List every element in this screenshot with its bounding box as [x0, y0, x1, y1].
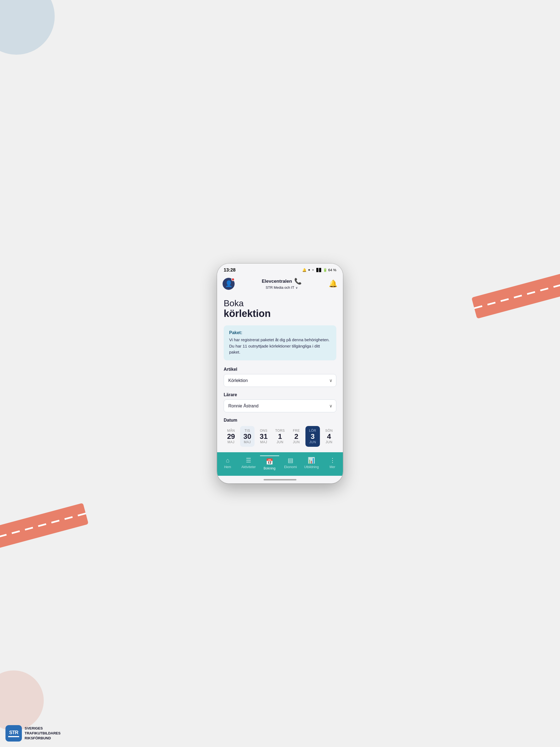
header-subtitle: STR Media och IT: [265, 285, 294, 289]
nav-label-bokning: Bokning: [263, 466, 275, 470]
date-day-num: 3: [311, 433, 314, 440]
brand-line3: RIKSFÖRBUND: [25, 736, 60, 741]
larare-label: Lärare: [224, 392, 336, 397]
vibrate-icon: 🔔: [302, 268, 307, 272]
status-icons: 🔔 ✦ ᯤ ▊▊ 🔋 64 %: [302, 268, 336, 272]
bottom-nav: ⌂ Hem ☰ Aktiviteter 📅 Bokning ▤ Ekonomi …: [217, 452, 343, 476]
artikel-select-wrapper: Körlektion ∨: [224, 374, 336, 387]
date-month: MAJ: [260, 440, 268, 444]
nav-icon-bokning: 📅: [266, 458, 273, 465]
main-content: Boka körlektion Paket: Vi har registrera…: [217, 293, 343, 453]
nav-item-hem[interactable]: ⌂ Hem: [218, 457, 237, 469]
phone-icon: 📞: [294, 278, 302, 285]
home-bar: [217, 476, 343, 483]
bottom-brand: STR SVERIGES TRAFIKUTBILDARES RIKSFÖRBUN…: [5, 725, 60, 742]
wifi-icon: ᯤ: [312, 268, 315, 272]
larare-select[interactable]: Ronnie Åstrand: [224, 400, 336, 412]
date-day-name: TORS: [275, 429, 285, 433]
date-item-31-maj[interactable]: ONS 31 MAJ: [256, 426, 271, 447]
date-day-name: MÅN: [227, 429, 235, 433]
road-decoration-top: [472, 271, 560, 319]
page-title-line2: körlektion: [224, 308, 336, 319]
app-title: Elevcentralen: [262, 279, 292, 284]
date-month: JUN: [277, 440, 284, 444]
date-item-29-maj[interactable]: MÅN 29 MAJ: [224, 426, 238, 447]
date-item-2-jun[interactable]: FRE 2 JUN: [289, 426, 304, 447]
date-day-num: 30: [244, 433, 251, 440]
artikel-label: Artikel: [224, 367, 336, 372]
nav-label-utbildning: Utbildning: [304, 465, 319, 469]
str-logo-text: STR: [9, 730, 18, 736]
signal-icon: ▊▊: [316, 268, 322, 272]
date-day-num: 29: [227, 433, 235, 440]
page-title: Boka körlektion: [224, 299, 336, 319]
date-month: JUN: [293, 440, 300, 444]
date-day-name: ONS: [260, 429, 268, 433]
nav-icon-ekonomi: ▤: [288, 457, 294, 464]
nav-item-mer[interactable]: ⋮ Mer: [323, 457, 342, 469]
brand-line2: TRAFIKUTBILDARES: [25, 731, 60, 736]
str-logo-bar: [8, 736, 19, 737]
date-day-name: FRE: [293, 429, 300, 433]
date-item-1-jun[interactable]: TORS 1 JUN: [273, 426, 287, 447]
nav-item-utbildning[interactable]: 📊 Utbildning: [302, 457, 321, 469]
nav-item-ekonomi[interactable]: ▤ Ekonomi: [281, 457, 300, 469]
date-month: JUN: [309, 440, 316, 444]
info-box-title: Paket:: [229, 330, 331, 335]
status-time: 13:28: [224, 267, 235, 273]
date-day-name: LÖR: [309, 429, 316, 433]
nav-label-mer: Mer: [330, 465, 335, 469]
nav-icon-aktiviteter: ☰: [246, 457, 251, 464]
str-logo-inner: STR: [8, 730, 19, 737]
home-indicator: [263, 479, 297, 481]
date-item-4-jun[interactable]: SÖN 4 JUN: [322, 426, 336, 447]
date-month: JUN: [326, 440, 332, 444]
info-box: Paket: Vi har registrerat paketet åt dig…: [224, 325, 336, 360]
date-row: MÅN 29 MAJ TIS 30 MAJ ONS 31 MAJ TORS 1 …: [224, 426, 336, 447]
artikel-select[interactable]: Körlektion: [224, 374, 336, 387]
date-month: MAJ: [228, 440, 235, 444]
battery-icon: 🔋 64 %: [323, 268, 336, 272]
avatar-notification-badge: [231, 278, 235, 281]
bluetooth-icon: ✦: [308, 268, 311, 272]
date-day-name: TIS: [245, 429, 250, 433]
notification-bell-icon[interactable]: 🔔: [329, 279, 337, 288]
larare-select-wrapper: Ronnie Åstrand ∨: [224, 400, 336, 412]
avatar-wrapper[interactable]: 👤: [223, 278, 235, 290]
nav-item-aktiviteter[interactable]: ☰ Aktiviteter: [239, 457, 258, 469]
nav-label-ekonomi: Ekonomi: [284, 465, 297, 469]
header-logo-row: Elevcentralen 📞: [262, 278, 302, 285]
nav-icon-mer: ⋮: [330, 457, 335, 464]
nav-item-bokning[interactable]: 📅 Bokning: [260, 456, 279, 470]
info-box-text: Vi har registrerat paketet åt dig på den…: [229, 337, 331, 356]
date-day-name: SÖN: [325, 429, 333, 433]
date-day-num: 1: [278, 433, 282, 440]
nav-label-aktiviteter: Aktiviteter: [241, 465, 256, 469]
nav-icon-hem: ⌂: [226, 457, 229, 464]
nav-icon-utbildning: 📊: [308, 457, 315, 464]
phone-frame: 13:28 🔔 ✦ ᯤ ▊▊ 🔋 64 % 👤 Elevcentralen 📞 …: [217, 264, 343, 484]
status-bar: 13:28 🔔 ✦ ᯤ ▊▊ 🔋 64 %: [217, 264, 343, 275]
date-item-30-maj[interactable]: TIS 30 MAJ: [240, 426, 255, 447]
date-item-3-jun[interactable]: LÖR 3 JUN: [305, 426, 320, 447]
datum-label: Datum: [224, 418, 336, 423]
road-decoration-bottom: [0, 503, 88, 551]
brand-line1: SVERIGES: [25, 726, 60, 731]
bg-circle-top: [0, 0, 55, 55]
str-logo: STR: [5, 725, 22, 742]
chevron-down-icon: ∨: [296, 286, 298, 289]
nav-label-hem: Hem: [224, 465, 231, 469]
header-subtitle-row[interactable]: STR Media och IT ∨: [265, 285, 298, 290]
date-day-num: 4: [327, 433, 331, 440]
date-day-num: 2: [295, 433, 298, 440]
app-header: 👤 Elevcentralen 📞 STR Media och IT ∨ 🔔: [217, 275, 343, 293]
bg-circle-bottom: [0, 670, 44, 730]
brand-name: SVERIGES TRAFIKUTBILDARES RIKSFÖRBUND: [25, 726, 60, 741]
date-month: MAJ: [244, 440, 251, 444]
header-center: Elevcentralen 📞 STR Media och IT ∨: [262, 278, 302, 290]
date-day-num: 31: [260, 433, 268, 440]
page-title-line1: Boka: [224, 299, 336, 308]
